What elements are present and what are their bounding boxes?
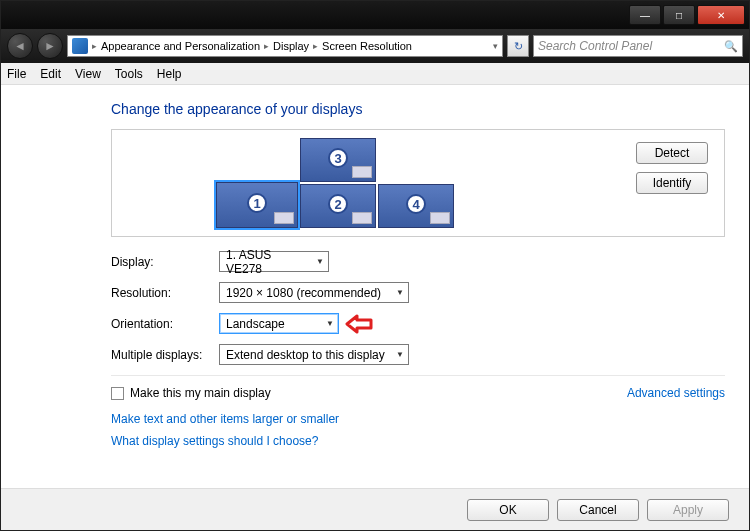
orientation-row: Orientation: Landscape ▼ (111, 313, 725, 334)
identify-button[interactable]: Identify (636, 172, 708, 194)
resolution-label: Resolution: (111, 286, 219, 300)
window-frame: — □ ✕ ◄ ► ▸ Appearance and Personalizati… (0, 0, 750, 531)
display-value: 1. ASUS VE278 (226, 248, 310, 276)
navbar: ◄ ► ▸ Appearance and Personalization ▸ D… (1, 29, 749, 63)
footer-buttons: OK Cancel Apply (1, 488, 749, 530)
refresh-button[interactable]: ↻ (507, 35, 529, 57)
ok-button[interactable]: OK (467, 499, 549, 521)
page-title: Change the appearance of your displays (111, 101, 725, 117)
text-size-link[interactable]: Make text and other items larger or smal… (111, 412, 725, 426)
taskbar-icon (274, 212, 294, 224)
menubar: File Edit View Tools Help (1, 63, 749, 85)
cancel-button[interactable]: Cancel (557, 499, 639, 521)
taskbar-icon (430, 212, 450, 224)
back-icon: ◄ (14, 39, 26, 53)
chevron-down-icon: ▼ (326, 319, 334, 328)
multiple-displays-dropdown[interactable]: Extend desktop to this display ▼ (219, 344, 409, 365)
main-display-row: Make this my main display Advanced setti… (111, 375, 725, 400)
maximize-button[interactable]: □ (663, 5, 695, 25)
display-label: Display: (111, 255, 219, 269)
maximize-icon: □ (676, 10, 682, 21)
main-display-label: Make this my main display (130, 386, 271, 400)
chevron-down-icon: ▼ (396, 288, 404, 297)
chevron-icon: ▸ (313, 41, 318, 51)
display-help-link[interactable]: What display settings should I choose? (111, 434, 725, 448)
search-input[interactable]: Search Control Panel 🔍 (533, 35, 743, 57)
menu-file[interactable]: File (7, 67, 26, 81)
forward-button[interactable]: ► (37, 33, 63, 59)
chevron-down-icon: ▼ (316, 257, 324, 266)
chevron-icon: ▸ (264, 41, 269, 51)
monitor-number: 3 (328, 148, 348, 168)
orientation-value: Landscape (226, 317, 285, 331)
minimize-icon: — (640, 10, 650, 21)
taskbar-icon (352, 166, 372, 178)
monitor-4[interactable]: 4 (378, 184, 454, 228)
monitor-1[interactable]: 1 (216, 182, 298, 228)
close-icon: ✕ (717, 10, 725, 21)
dropdown-icon[interactable]: ▾ (493, 41, 498, 51)
resolution-dropdown[interactable]: 1920 × 1080 (recommended) ▼ (219, 282, 409, 303)
monitor-3[interactable]: 3 (300, 138, 376, 182)
advanced-settings-link[interactable]: Advanced settings (627, 386, 725, 400)
display-preview-box: 3 1 2 4 Detect Identify (111, 129, 725, 237)
menu-view[interactable]: View (75, 67, 101, 81)
help-links: Make text and other items larger or smal… (111, 412, 725, 448)
minimize-button[interactable]: — (629, 5, 661, 25)
display-dropdown[interactable]: 1. ASUS VE278 ▼ (219, 251, 329, 272)
monitor-2[interactable]: 2 (300, 184, 376, 228)
refresh-icon: ↻ (514, 40, 523, 53)
main-display-checkbox[interactable] (111, 387, 124, 400)
multiple-displays-value: Extend desktop to this display (226, 348, 385, 362)
annotation-arrow-icon (345, 315, 371, 333)
search-icon: 🔍 (724, 40, 738, 53)
orientation-dropdown[interactable]: Landscape ▼ (219, 313, 339, 334)
titlebar: — □ ✕ (1, 1, 749, 29)
forward-icon: ► (44, 39, 56, 53)
detect-button[interactable]: Detect (636, 142, 708, 164)
monitor-number: 2 (328, 194, 348, 214)
resolution-row: Resolution: 1920 × 1080 (recommended) ▼ (111, 282, 725, 303)
back-button[interactable]: ◄ (7, 33, 33, 59)
menu-help[interactable]: Help (157, 67, 182, 81)
orientation-label: Orientation: (111, 317, 219, 331)
monitor-arrangement[interactable]: 3 1 2 4 (120, 138, 636, 228)
apply-button[interactable]: Apply (647, 499, 729, 521)
menu-tools[interactable]: Tools (115, 67, 143, 81)
content-area: Change the appearance of your displays 3… (1, 85, 749, 488)
address-bar[interactable]: ▸ Appearance and Personalization ▸ Displ… (67, 35, 503, 57)
multiple-displays-label: Multiple displays: (111, 348, 219, 362)
monitor-number: 4 (406, 194, 426, 214)
chevron-down-icon: ▼ (396, 350, 404, 359)
taskbar-icon (352, 212, 372, 224)
display-row: Display: 1. ASUS VE278 ▼ (111, 251, 725, 272)
menu-edit[interactable]: Edit (40, 67, 61, 81)
breadcrumb-item[interactable]: Screen Resolution (322, 40, 412, 52)
chevron-icon: ▸ (92, 41, 97, 51)
control-panel-icon (72, 38, 88, 54)
resolution-value: 1920 × 1080 (recommended) (226, 286, 381, 300)
search-placeholder: Search Control Panel (538, 39, 652, 53)
multiple-displays-row: Multiple displays: Extend desktop to thi… (111, 344, 725, 365)
monitor-number: 1 (247, 193, 267, 213)
breadcrumb-item[interactable]: Display (273, 40, 309, 52)
close-button[interactable]: ✕ (697, 5, 745, 25)
breadcrumb-item[interactable]: Appearance and Personalization (101, 40, 260, 52)
preview-buttons: Detect Identify (636, 138, 716, 228)
